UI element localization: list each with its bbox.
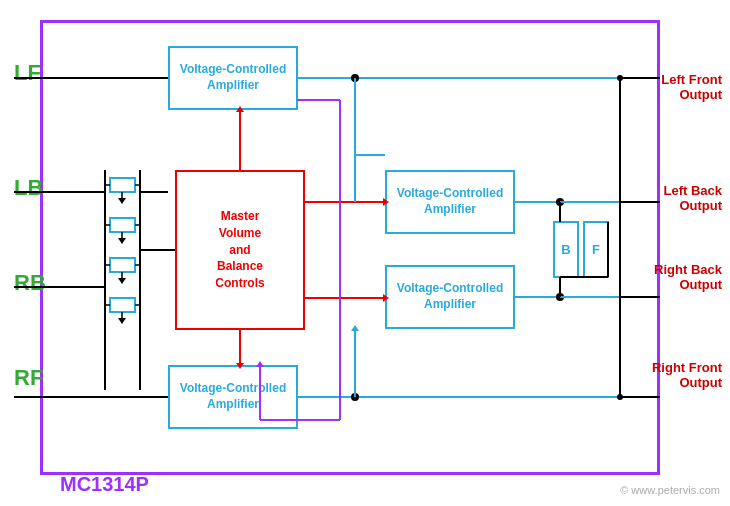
svg-marker-31 (236, 363, 244, 369)
svg-marker-33 (383, 198, 389, 206)
svg-marker-22 (118, 278, 126, 284)
svg-text:B: B (561, 242, 570, 257)
circuit-diagram: Voltage-ControlledAmplifier Voltage-Cont… (0, 0, 730, 506)
svg-marker-17 (118, 238, 126, 244)
svg-marker-72 (256, 361, 264, 367)
svg-text:F: F (592, 242, 600, 257)
svg-rect-13 (110, 218, 135, 232)
wiring-svg: B F (0, 0, 730, 506)
svg-marker-29 (236, 106, 244, 112)
svg-marker-35 (383, 294, 389, 302)
svg-marker-12 (118, 198, 126, 204)
svg-rect-23 (110, 298, 135, 312)
svg-marker-27 (118, 318, 126, 324)
svg-marker-43 (351, 325, 359, 331)
svg-rect-18 (110, 258, 135, 272)
svg-rect-8 (110, 178, 135, 192)
